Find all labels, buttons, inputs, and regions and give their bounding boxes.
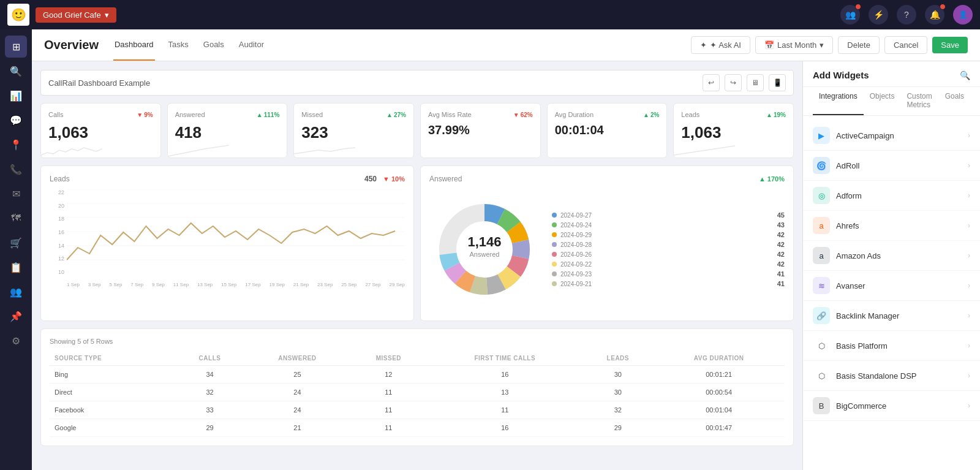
brand-name: Good Grief Cafe (43, 10, 101, 20)
integration-arrow-icon: › (968, 161, 970, 170)
tab-auditor[interactable]: Auditor (238, 29, 265, 61)
delete-button[interactable]: Delete (838, 36, 880, 54)
desktop-view-button[interactable]: 🖥 (747, 74, 764, 91)
right-tab-custom-metrics[interactable]: Custom Metrics (900, 87, 938, 115)
integration-icon: ≋ (813, 277, 830, 294)
integration-icon: ▶ (813, 127, 830, 144)
header-actions: ✦ ✦ Ask AI 📅 Last Month ▾ Delete Cancel … (691, 36, 968, 54)
integration-arrow-icon: › (968, 401, 970, 410)
metric-card-answered: Answered ▲ 111% 418 (167, 103, 288, 158)
sidebar-item-analytics[interactable]: 📊 (5, 85, 27, 107)
metric-value-leads: 1,063 (681, 123, 786, 142)
right-tab-goals[interactable]: Goals (939, 87, 970, 115)
dashboard-name-bar: ↩ ↪ 🖥 📱 (40, 70, 794, 96)
user-avatar[interactable]: 👤 (953, 5, 973, 25)
logo-emoji: 🙂 (11, 7, 26, 22)
brand-dropdown-icon: ▾ (105, 10, 109, 20)
legend-item-6: 2024-09-23 41 (552, 270, 785, 278)
sidebar-item-dashboard[interactable]: ⊞ (5, 36, 27, 58)
metric-change-leads: ▲ 19% (766, 112, 786, 118)
ask-ai-button[interactable]: ✦ ✦ Ask AI (691, 36, 750, 54)
line-chart-area (67, 189, 405, 275)
right-tab-integrations[interactable]: Integrations (813, 87, 864, 115)
save-button[interactable]: Save (932, 37, 968, 53)
brand-selector[interactable]: Good Grief Cafe ▾ (36, 7, 116, 23)
metric-card-avg-duration: Avg Duration ▲ 2% 00:01:04 (547, 103, 668, 158)
col-source-type: Source Type (50, 351, 175, 366)
sidebar-item-search[interactable]: 🔍 (5, 60, 27, 82)
legend-item-5: 2024-09-22 42 (552, 260, 785, 268)
metric-card-calls: Calls ▼ 9% 1,063 (40, 103, 161, 158)
cell-calls: 33 (175, 401, 245, 419)
sidebar-item-reports[interactable]: 📋 (5, 256, 27, 278)
cell-answered: 21 (244, 419, 350, 437)
integration-item[interactable]: a Amazon Ads › (803, 241, 980, 271)
sidebar-item-users[interactable]: 👥 (5, 281, 27, 303)
redo-button[interactable]: ↪ (725, 74, 742, 91)
integration-arrow-icon: › (968, 191, 970, 200)
answered-chart-change: ▲ 170% (759, 175, 785, 183)
right-tab-objects[interactable]: Objects (864, 87, 901, 115)
metric-value-avg-miss: 37.99% (428, 123, 533, 137)
cell-calls: 34 (175, 366, 245, 384)
cell-missed: 11 (350, 384, 427, 401)
integration-icon: 🔗 (813, 307, 830, 324)
sidebar-item-location[interactable]: 📍 (5, 134, 27, 156)
integration-item[interactable]: ⬡ Basis Standalone DSP › (803, 361, 980, 391)
sidebar-item-calls[interactable]: 📞 (5, 158, 27, 180)
sidebar-item-email[interactable]: ✉ (5, 183, 27, 205)
integration-item[interactable]: ◎ Adform › (803, 181, 980, 211)
sidebar-item-pin[interactable]: 🗺 (5, 207, 27, 229)
integration-arrow-icon: › (968, 281, 970, 290)
help-icon[interactable]: ? (897, 5, 916, 25)
undo-button[interactable]: ↩ (703, 74, 720, 91)
cell-source: Facebook (50, 401, 175, 419)
integration-item[interactable]: ≋ Avanser › (803, 271, 980, 301)
search-icon[interactable]: 🔍 (960, 70, 970, 80)
activity-icon[interactable]: ⚡ (869, 5, 888, 25)
integration-item[interactable]: ▶ ActiveCampaign › (803, 121, 980, 151)
notifications-icon[interactable]: 🔔 (925, 5, 944, 25)
metric-label-calls: Calls (48, 111, 63, 118)
mobile-view-button[interactable]: 📱 (769, 74, 786, 91)
integration-item[interactable]: ⬡ Basis Platform › (803, 331, 980, 361)
integration-item[interactable]: 🌀 AdRoll › (803, 151, 980, 181)
left-sidebar: ⊞ 🔍 📊 💬 📍 📞 ✉ 🗺 🛒 📋 👥 📌 ⚙ (0, 29, 32, 470)
tab-goals[interactable]: Goals (202, 29, 225, 61)
sidebar-item-settings[interactable]: ⚙ (5, 330, 27, 352)
col-first-time: First Time Calls (427, 351, 582, 366)
metric-value-answered: 418 (175, 123, 280, 142)
table-row: Direct 32 24 11 13 30 00:00:54 (50, 384, 785, 401)
integration-arrow-icon: › (968, 221, 970, 230)
right-sidebar-header: Add Widgets 🔍 (803, 61, 980, 87)
integration-icon: a (813, 217, 830, 234)
table-row: Bing 34 25 12 16 30 00:01:21 (50, 366, 785, 384)
integration-item[interactable]: B BigCommerce › (803, 391, 980, 421)
sidebar-item-chat[interactable]: 💬 (5, 109, 27, 131)
donut-container: 1,146 Answered 2024-09-27 45 (429, 189, 785, 312)
tab-dashboard[interactable]: Dashboard (113, 29, 155, 61)
cell-source: Direct (50, 384, 175, 401)
sidebar-item-integrations[interactable]: 📌 (5, 305, 27, 327)
cell-leads: 32 (582, 401, 653, 419)
col-avg-duration: Avg Duration (653, 351, 785, 366)
integration-name: AdRoll (836, 161, 968, 170)
nav-tabs: Dashboard Tasks Goals Auditor (113, 29, 265, 61)
integration-item[interactable]: 🔗 Backlink Manager › (803, 301, 980, 331)
dashboard-name-input[interactable] (48, 78, 171, 88)
metric-label-avg-dur: Avg Duration (555, 111, 594, 118)
top-nav-icons: 👥 ⚡ ? 🔔 👤 (840, 5, 973, 25)
legend-item-4: 2024-09-26 42 (552, 251, 785, 258)
team-icon[interactable]: 👥 (840, 5, 860, 25)
cell-answered: 24 (244, 384, 350, 401)
integration-item[interactable]: a Ahrefs › (803, 211, 980, 241)
cancel-button[interactable]: Cancel (884, 36, 927, 54)
tab-tasks[interactable]: Tasks (167, 29, 190, 61)
cell-avg-dur: 00:01:04 (653, 401, 785, 419)
legend-item-2: 2024-09-29 42 (552, 231, 785, 238)
donut-svg: 1,146 Answered (429, 194, 540, 307)
donut-legend: 2024-09-27 45 2024-09-24 43 (552, 211, 785, 290)
date-range-button[interactable]: 📅 Last Month ▾ (755, 36, 833, 54)
sidebar-item-cart[interactable]: 🛒 (5, 232, 27, 254)
col-missed: Missed (350, 351, 427, 366)
